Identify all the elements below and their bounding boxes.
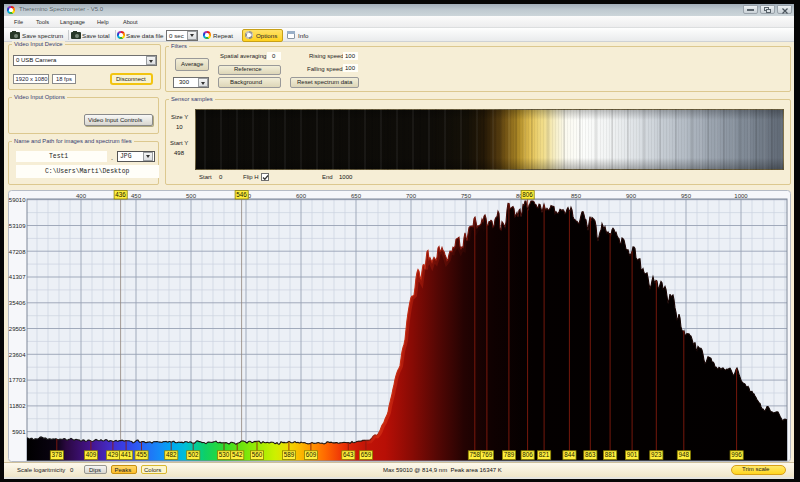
svg-text:589: 589 xyxy=(284,451,295,458)
svg-text:5901: 5901 xyxy=(12,429,26,435)
svg-text:29505: 29505 xyxy=(9,326,26,332)
svg-text:609: 609 xyxy=(306,451,317,458)
svg-text:996: 996 xyxy=(731,451,742,458)
svg-text:1000: 1000 xyxy=(734,193,748,199)
svg-text:455: 455 xyxy=(136,451,147,458)
svg-text:948: 948 xyxy=(679,451,690,458)
svg-text:59010: 59010 xyxy=(9,197,26,203)
svg-text:530: 530 xyxy=(219,451,230,458)
svg-text:23604: 23604 xyxy=(9,352,26,358)
svg-text:560: 560 xyxy=(252,451,263,458)
svg-text:436: 436 xyxy=(115,191,126,198)
svg-text:923: 923 xyxy=(651,451,662,458)
svg-text:806: 806 xyxy=(522,451,533,458)
svg-text:41307: 41307 xyxy=(9,274,26,280)
svg-text:789: 789 xyxy=(504,451,515,458)
svg-text:35406: 35406 xyxy=(9,300,26,306)
svg-text:650: 650 xyxy=(351,193,362,199)
svg-text:500: 500 xyxy=(186,193,197,199)
svg-text:600: 600 xyxy=(296,193,307,199)
svg-text:750: 750 xyxy=(461,193,472,199)
svg-text:821: 821 xyxy=(539,451,550,458)
svg-text:700: 700 xyxy=(406,193,417,199)
svg-text:806: 806 xyxy=(522,191,533,198)
svg-text:400: 400 xyxy=(76,193,87,199)
svg-text:409: 409 xyxy=(86,451,97,458)
svg-text:863: 863 xyxy=(585,451,596,458)
svg-text:659: 659 xyxy=(361,451,372,458)
svg-text:502: 502 xyxy=(188,451,199,458)
svg-text:546: 546 xyxy=(236,191,247,198)
svg-text:441: 441 xyxy=(121,451,132,458)
svg-text:542: 542 xyxy=(232,451,243,458)
svg-text:429: 429 xyxy=(108,451,119,458)
svg-text:769: 769 xyxy=(482,451,493,458)
svg-text:850: 850 xyxy=(571,193,582,199)
svg-text:53109: 53109 xyxy=(9,223,26,229)
svg-text:378: 378 xyxy=(52,451,63,458)
svg-text:47208: 47208 xyxy=(9,249,26,255)
svg-text:758: 758 xyxy=(470,451,481,458)
svg-text:11802: 11802 xyxy=(9,403,26,409)
svg-text:17703: 17703 xyxy=(9,377,26,383)
svg-text:881: 881 xyxy=(605,451,616,458)
svg-text:901: 901 xyxy=(627,451,638,458)
svg-text:450: 450 xyxy=(131,193,142,199)
svg-text:844: 844 xyxy=(564,451,575,458)
svg-text:900: 900 xyxy=(626,193,637,199)
svg-text:643: 643 xyxy=(343,451,354,458)
svg-text:950: 950 xyxy=(681,193,692,199)
svg-text:482: 482 xyxy=(166,451,177,458)
